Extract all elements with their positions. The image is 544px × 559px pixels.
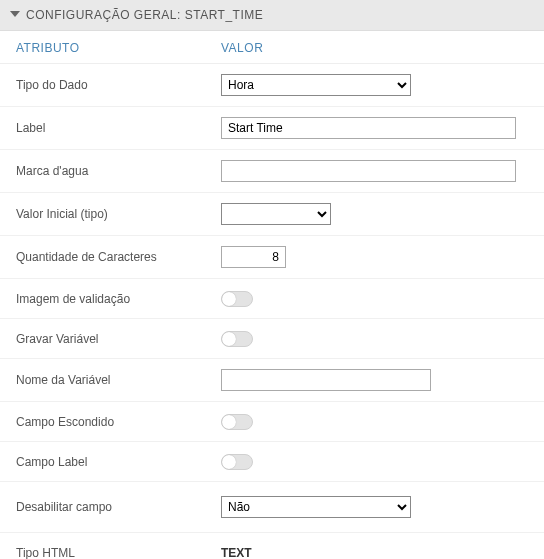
toggle-gravar-variavel[interactable] — [221, 331, 253, 347]
row-campo-escondido: Campo Escondido — [0, 402, 544, 442]
row-marca-dagua: Marca d'agua — [0, 150, 544, 193]
select-desabilitar-campo[interactable]: Não — [221, 496, 411, 518]
row-tipo-html: Tipo HTML TEXT — [0, 533, 544, 559]
columns-header: ATRIBUTO VALOR — [0, 31, 544, 64]
label-qtd-caracteres: Quantidade de Caracteres — [16, 250, 221, 264]
row-label: Label — [0, 107, 544, 150]
label-tipo-html: Tipo HTML — [16, 546, 221, 560]
toggle-campo-label[interactable] — [221, 454, 253, 470]
panel-header[interactable]: CONFIGURAÇÃO GERAL: START_TIME — [0, 0, 544, 31]
row-nome-variavel: Nome da Variável — [0, 359, 544, 402]
collapse-icon — [10, 11, 20, 17]
row-imagem-validacao: Imagem de validação — [0, 279, 544, 319]
input-nome-variavel[interactable] — [221, 369, 431, 391]
toggle-campo-escondido[interactable] — [221, 414, 253, 430]
toggle-imagem-validacao[interactable] — [221, 291, 253, 307]
label-campo-label: Campo Label — [16, 455, 221, 469]
label-label: Label — [16, 121, 221, 135]
select-valor-inicial[interactable] — [221, 203, 331, 225]
input-label[interactable] — [221, 117, 516, 139]
label-nome-variavel: Nome da Variável — [16, 373, 221, 387]
row-tipo-dado: Tipo do Dado Hora — [0, 64, 544, 107]
label-gravar-variavel: Gravar Variável — [16, 332, 221, 346]
row-campo-label: Campo Label — [0, 442, 544, 482]
label-valor-inicial: Valor Inicial (tipo) — [16, 207, 221, 221]
label-imagem-validacao: Imagem de validação — [16, 292, 221, 306]
row-valor-inicial: Valor Inicial (tipo) — [0, 193, 544, 236]
label-desabilitar-campo: Desabilitar campo — [16, 500, 221, 514]
value-tipo-html: TEXT — [221, 546, 252, 560]
input-marca-dagua[interactable] — [221, 160, 516, 182]
label-tipo-dado: Tipo do Dado — [16, 78, 221, 92]
row-gravar-variavel: Gravar Variável — [0, 319, 544, 359]
label-campo-escondido: Campo Escondido — [16, 415, 221, 429]
column-value: VALOR — [221, 41, 532, 55]
label-marca-dagua: Marca d'agua — [16, 164, 221, 178]
column-attribute: ATRIBUTO — [16, 41, 221, 55]
input-qtd-caracteres[interactable] — [221, 246, 286, 268]
row-desabilitar-campo: Desabilitar campo Não — [0, 482, 544, 533]
panel-title: CONFIGURAÇÃO GERAL: START_TIME — [26, 8, 263, 22]
row-qtd-caracteres: Quantidade de Caracteres — [0, 236, 544, 279]
select-tipo-dado[interactable]: Hora — [221, 74, 411, 96]
